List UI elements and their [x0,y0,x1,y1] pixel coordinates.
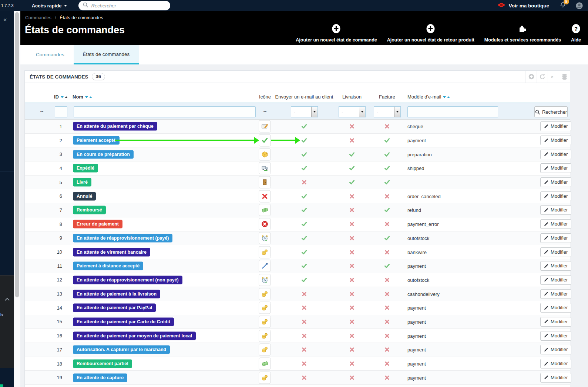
breadcrumb-parent[interactable]: Commandes [25,15,51,20]
status-badge: Annulé [73,192,96,200]
status-badge: Paiement à distance accepté [73,262,143,270]
cross-icon [384,319,390,324]
sort-asc-icon[interactable] [447,96,450,98]
status-badge: En attente de paiement par moyen de paie… [73,331,196,340]
sort-desc-icon[interactable] [85,96,88,98]
coins-icon [259,288,271,300]
edit-label: Modifier [551,347,568,352]
status-id: 18 [40,357,62,371]
edit-button[interactable]: Modifier [540,261,571,271]
chevron-up-icon[interactable] [5,298,10,303]
cross-icon [384,221,390,227]
global-search[interactable] [78,1,170,10]
sidebar-collapse-button[interactable]: « [3,16,6,23]
scrollbar-thumb[interactable] [15,12,19,297]
sort-asc-icon[interactable] [65,96,68,98]
edit-label: Modifier [551,291,568,297]
terminal-icon[interactable]: >_ [548,71,559,83]
box-icon [259,148,271,160]
check-icon [349,151,355,157]
check-icon [301,123,308,130]
edit-button[interactable]: Modifier [540,177,571,187]
profile-avatar[interactable] [575,2,583,10]
refresh-icon[interactable] [537,71,548,83]
edit-button[interactable]: Modifier [540,359,571,368]
status-id: 4 [40,161,62,175]
edit-button[interactable]: Modifier [540,233,571,243]
sort-desc-icon[interactable] [443,96,446,98]
tab-etats-de-commandes[interactable]: États de commandes [74,45,139,64]
cross-icon [349,249,355,255]
filter-invoice-select[interactable]: - [374,106,401,117]
cross-icon [259,190,271,202]
edit-button[interactable]: Modifier [540,150,571,159]
status-badge: En attente de virement bancaire [73,248,150,256]
view-shop-link[interactable]: Voir ma boutique [497,2,549,9]
filter-name-input[interactable] [74,106,256,117]
check-icon [384,235,390,241]
edit-button[interactable]: Modifier [540,345,571,354]
help-button[interactable]: ? Aide [571,24,581,43]
add-return-status-button[interactable]: Ajouter un nouvel état de retour produit [387,24,474,43]
filter-delivery-select[interactable]: - [339,106,366,117]
status-badge: Erreur de paiement [73,220,122,228]
cross-icon [384,375,390,380]
edit-button[interactable]: Modifier [540,275,571,285]
cross-icon [349,347,355,353]
sort-asc-icon[interactable] [89,96,92,98]
add-icon[interactable] [525,71,537,83]
edit-button[interactable]: Modifier [540,219,571,229]
column-id[interactable]: ID [54,94,68,100]
column-name[interactable]: Nom [73,94,92,100]
filter-id-input[interactable] [55,106,67,117]
cross-icon [349,291,355,297]
edit-label: Modifier [551,193,568,199]
status-row: 15En attente de paiement par Carte de Cr… [25,315,570,329]
column-invoice: Facture [379,94,395,100]
status-badge: En cours de préparation [73,150,134,159]
add-order-status-button[interactable]: Ajouter un nouvel état de commande [296,24,377,43]
recommended-modules-button[interactable]: Modules et services recommandés [484,24,561,43]
status-id: 8 [40,217,62,231]
email-template: payment [407,138,426,143]
status-row: 16En attente de paiement par moyen de pa… [25,329,570,343]
status-badge: Expédié [73,164,98,173]
edit-button[interactable]: Modifier [540,303,571,313]
search-input[interactable] [91,3,158,9]
filter-search-button[interactable]: Rechercher [534,106,568,117]
status-row: 17Autorisation. A capturer par le marcha… [25,343,570,357]
email-template: refund [407,207,421,213]
tab-label: Commandes [36,52,64,57]
edit-button[interactable]: Modifier [540,205,571,215]
remote-icon [259,260,271,272]
email-template: payment [407,319,426,324]
column-template[interactable]: Modèle d'e-mail [407,94,450,100]
tab-commandes[interactable]: Commandes [27,45,74,64]
breadcrumb-current: États de commandes [60,15,103,20]
check-icon [301,221,308,227]
status-id: 6 [40,189,62,203]
cross-icon [384,291,390,297]
quick-access-menu[interactable]: Accès rapide [32,3,67,9]
notification-badge: 5 [564,0,569,4]
notifications-button[interactable]: 5 [559,1,567,10]
edit-button[interactable]: Modifier [540,317,571,327]
edit-button[interactable]: Modifier [540,331,571,341]
edit-button[interactable]: Modifier [540,191,571,201]
edit-button[interactable]: Modifier [540,289,571,299]
filter-template-input[interactable] [407,106,498,117]
action-label: Modules et services recommandés [484,37,561,43]
sql-manager-icon[interactable] [559,71,570,83]
edit-button[interactable]: Modifier [540,163,571,173]
status-row: 11Paiement à distance acceptépaymentModi… [25,259,570,273]
status-badge: Autorisation. A capturer par le marchand [73,346,170,354]
edit-button[interactable]: Modifier [540,136,571,145]
filter-email-select[interactable]: - [291,106,318,117]
edit-label: Modifier [551,165,568,171]
edit-button[interactable]: Modifier [540,247,571,257]
edit-button[interactable]: Modifier [540,121,571,131]
status-id: 12 [40,273,62,287]
filter-dash: -- [40,109,44,114]
edit-button[interactable]: Modifier [540,373,571,383]
sort-desc-icon[interactable] [61,96,64,98]
